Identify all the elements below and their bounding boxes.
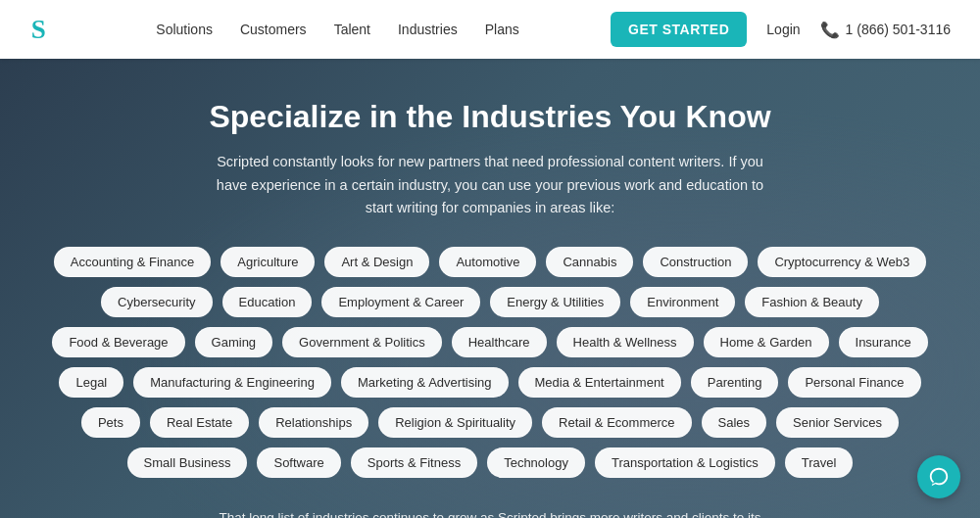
industry-tag[interactable]: Accounting & Finance xyxy=(54,247,211,277)
phone-icon: 📞 xyxy=(820,21,840,39)
industry-tags: Accounting & FinanceAgricultureArt & Des… xyxy=(49,247,931,478)
industry-tag[interactable]: Sales xyxy=(702,407,767,438)
nav-solutions[interactable]: Solutions xyxy=(156,22,213,37)
industry-tag[interactable]: Legal xyxy=(59,367,123,398)
industry-tag[interactable]: Cryptocurrency & Web3 xyxy=(758,247,926,277)
industry-tag[interactable]: Travel xyxy=(785,447,854,478)
logo[interactable]: S xyxy=(29,12,65,47)
nav-plans[interactable]: Plans xyxy=(485,22,519,37)
nav-customers[interactable]: Customers xyxy=(240,22,307,37)
industry-tag[interactable]: Transportation & Logistics xyxy=(595,447,775,478)
industry-tag[interactable]: Sports & Fitness xyxy=(351,447,477,478)
industry-tag[interactable]: Pets xyxy=(81,407,140,438)
hero-subtitle: Scripted constantly looks for new partne… xyxy=(206,151,774,219)
industry-tag[interactable]: Food & Beverage xyxy=(52,327,184,357)
industry-tag[interactable]: Parenting xyxy=(691,367,779,398)
nav-industries[interactable]: Industries xyxy=(398,22,458,37)
industry-tag[interactable]: Media & Entertainment xyxy=(518,367,681,398)
industry-tag[interactable]: Energy & Utilities xyxy=(490,287,620,317)
industry-tag[interactable]: Environment xyxy=(630,287,735,317)
main-nav: Solutions Customers Talent Industries Pl… xyxy=(156,22,518,37)
industry-tag[interactable]: Manufacturing & Engineering xyxy=(133,367,331,398)
hero-footer-text: That long list of industries continues t… xyxy=(206,507,774,518)
industry-tag[interactable]: Marketing & Advertising xyxy=(341,367,509,398)
industry-tag[interactable]: Real Estate xyxy=(150,407,249,438)
industry-tag[interactable]: Automotive xyxy=(439,247,536,277)
phone-number: 1 (866) 501-3116 xyxy=(846,22,951,37)
nav-talent[interactable]: Talent xyxy=(334,22,370,37)
svg-text:S: S xyxy=(31,15,46,44)
industry-tag[interactable]: Construction xyxy=(643,247,748,277)
industry-tag[interactable]: Technology xyxy=(487,447,585,478)
industry-tag[interactable]: Senior Services xyxy=(776,407,899,438)
industry-tag[interactable]: Personal Finance xyxy=(788,367,920,398)
industry-tag[interactable]: Religion & Spirituality xyxy=(378,407,532,438)
hero-title: Specialize in the Industries You Know xyxy=(209,98,770,135)
industry-tag[interactable]: Healthcare xyxy=(452,327,547,357)
industry-tag[interactable]: Health & Wellness xyxy=(557,327,694,357)
industry-tag[interactable]: Employment & Career xyxy=(321,287,480,317)
header: S Solutions Customers Talent Industries … xyxy=(0,0,980,59)
industry-tag[interactable]: Small Business xyxy=(127,447,248,478)
industry-tag[interactable]: Government & Politics xyxy=(282,327,442,357)
industry-tag[interactable]: Software xyxy=(257,447,340,478)
industry-tag[interactable]: Education xyxy=(222,287,313,317)
hero-section: Specialize in the Industries You Know Sc… xyxy=(0,59,980,518)
login-link[interactable]: Login xyxy=(766,22,800,37)
industry-tag[interactable]: Agriculture xyxy=(220,247,315,277)
phone-block[interactable]: 📞 1 (866) 501-3116 xyxy=(820,21,951,39)
chat-bubble[interactable] xyxy=(917,455,960,498)
industry-tag[interactable]: Art & Design xyxy=(324,247,429,277)
industry-tag[interactable]: Fashion & Beauty xyxy=(745,287,879,317)
header-right: GET STARTED Login 📞 1 (866) 501-3116 xyxy=(611,12,951,47)
industry-tag[interactable]: Retail & Ecommerce xyxy=(542,407,691,438)
industry-tag[interactable]: Home & Garden xyxy=(704,327,829,357)
industry-tag[interactable]: Cannabis xyxy=(546,247,633,277)
get-started-button[interactable]: GET STARTED xyxy=(611,12,747,47)
industry-tag[interactable]: Gaming xyxy=(195,327,273,357)
industry-tag[interactable]: Insurance xyxy=(839,327,928,357)
industry-tag[interactable]: Relationships xyxy=(259,407,368,438)
industry-tag[interactable]: Cybersecurity xyxy=(101,287,212,317)
